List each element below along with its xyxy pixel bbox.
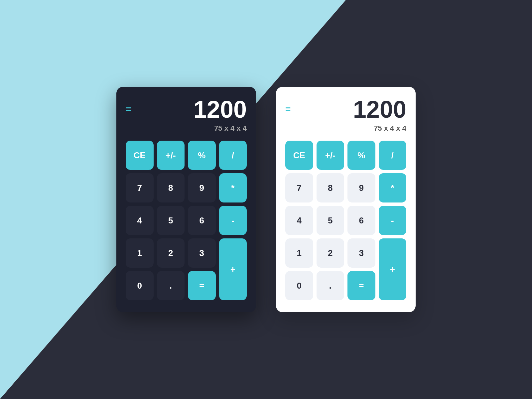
equals-button[interactable]: = [188, 271, 216, 300]
two-button[interactable]: 2 [157, 238, 185, 268]
divide-button[interactable]: / [219, 141, 247, 170]
dark-main-value: 1200 [194, 97, 247, 121]
calculators-container: = 1200 75 x 4 x 4 CE+/-%/789*456-123+0.=… [0, 0, 532, 399]
subtract-button[interactable]: - [219, 206, 247, 235]
zero-button[interactable]: 0 [126, 271, 154, 300]
two-button[interactable]: 2 [317, 238, 344, 268]
light-header: = 1200 [285, 97, 406, 121]
percent-button[interactable]: % [347, 141, 375, 170]
dark-button-grid: CE+/-%/789*456-123+0.= [126, 141, 247, 300]
eight-button[interactable]: 8 [317, 173, 344, 202]
dark-header: = 1200 [126, 97, 247, 121]
four-button[interactable]: 4 [285, 206, 313, 235]
four-button[interactable]: 4 [126, 206, 154, 235]
one-button[interactable]: 1 [285, 238, 313, 268]
light-display: = 1200 75 x 4 x 4 [285, 97, 406, 133]
equals-button[interactable]: = [347, 271, 375, 300]
nine-button[interactable]: 9 [347, 173, 375, 202]
percent-button[interactable]: % [188, 141, 216, 170]
plus-minus-button[interactable]: +/- [317, 141, 344, 170]
add-button[interactable]: + [379, 238, 407, 300]
one-button[interactable]: 1 [126, 238, 154, 268]
light-button-grid: CE+/-%/789*456-123+0.= [285, 141, 406, 300]
subtract-button[interactable]: - [379, 206, 407, 235]
divide-button[interactable]: / [379, 141, 407, 170]
light-main-value: 1200 [353, 97, 406, 121]
plus-minus-button[interactable]: +/- [157, 141, 185, 170]
light-expression: 75 x 4 x 4 [285, 124, 406, 133]
seven-button[interactable]: 7 [285, 173, 313, 202]
decimal-button[interactable]: . [157, 271, 185, 300]
calculator-dark: = 1200 75 x 4 x 4 CE+/-%/789*456-123+0.= [116, 87, 256, 312]
dark-equals-icon: = [126, 105, 131, 114]
dark-expression: 75 x 4 x 4 [126, 124, 247, 133]
five-button[interactable]: 5 [157, 206, 185, 235]
seven-button[interactable]: 7 [126, 173, 154, 202]
eight-button[interactable]: 8 [157, 173, 185, 202]
dark-display: = 1200 75 x 4 x 4 [126, 97, 247, 133]
three-button[interactable]: 3 [347, 238, 375, 268]
five-button[interactable]: 5 [317, 206, 344, 235]
three-button[interactable]: 3 [188, 238, 216, 268]
multiply-button[interactable]: * [219, 173, 247, 202]
multiply-button[interactable]: * [379, 173, 407, 202]
decimal-button[interactable]: . [317, 271, 344, 300]
clear-entry-button[interactable]: CE [126, 141, 154, 170]
calculator-light: = 1200 75 x 4 x 4 CE+/-%/789*456-123+0.= [276, 87, 416, 312]
clear-entry-button[interactable]: CE [285, 141, 313, 170]
six-button[interactable]: 6 [188, 206, 216, 235]
nine-button[interactable]: 9 [188, 173, 216, 202]
light-equals-icon: = [285, 105, 291, 114]
add-button[interactable]: + [219, 238, 247, 300]
zero-button[interactable]: 0 [285, 271, 313, 300]
six-button[interactable]: 6 [347, 206, 375, 235]
